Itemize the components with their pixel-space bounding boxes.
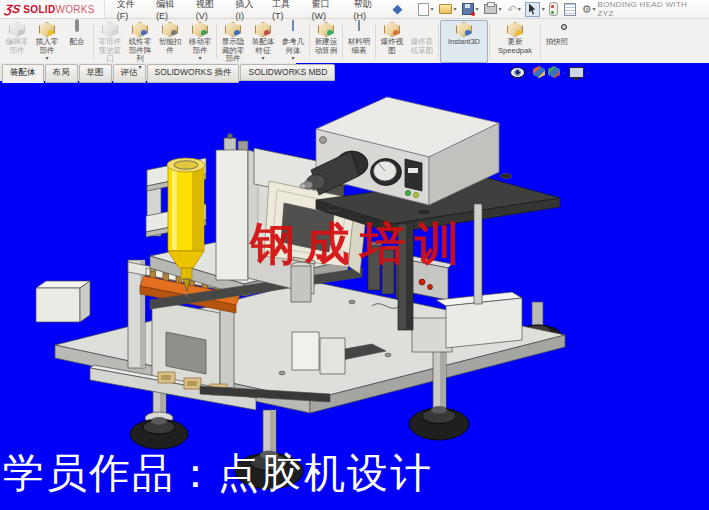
title-bar: ƷS SOLID WORKS 文件(F) 编辑(E) 视图(V) 插入(I) 工… (0, 0, 709, 19)
ribbon-separator (309, 24, 310, 59)
view-orientation-eye-icon[interactable] (510, 67, 525, 78)
assembly-features-button[interactable]: 装配体特征 (248, 20, 278, 63)
smart-fasteners-button[interactable]: 智能扣件 (155, 20, 185, 63)
update-speedpak-icon (507, 22, 523, 37)
save-floppy-icon (462, 3, 474, 15)
task-pane-sheet-icon (564, 3, 576, 16)
apply-scene-cube-icon[interactable] (548, 66, 560, 78)
menu-edit[interactable]: 编辑(E) (150, 0, 190, 23)
update-speedpak-button[interactable]: 更新 Speedpak (491, 20, 539, 63)
open-folder-icon (439, 4, 452, 14)
dropdown-caret-icon[interactable]: ▾ (528, 69, 531, 75)
open-document-button[interactable]: ▾ (437, 3, 458, 15)
paperclip-mate-icon (75, 19, 79, 32)
menu-window[interactable]: 窗口(W) (305, 0, 347, 23)
ribbon-separator (489, 24, 490, 59)
edit-component-button[interactable]: 编辑零部件 (2, 20, 32, 63)
dropdown-caret-icon[interactable]: ▾ (587, 69, 590, 75)
assembly-features-icon (255, 22, 271, 37)
bill-of-materials-button[interactable]: 材料明细表 (344, 20, 374, 63)
dropdown-caret-icon: ▾ (475, 6, 478, 12)
undo-button[interactable]: ↶▾ (505, 3, 522, 15)
menu-insert[interactable]: 插入(I) (230, 0, 267, 23)
insert-components-icon (39, 22, 55, 37)
select-tool-button[interactable] (525, 2, 540, 17)
take-snapshot-button[interactable]: 拍快照 (542, 20, 572, 63)
print-document-button[interactable]: ▾ (482, 3, 503, 15)
dropdown-caret-icon[interactable]: ▾ (504, 69, 507, 75)
exploded-view-button[interactable]: 爆炸视图 (377, 20, 407, 63)
dropdown-caret-icon[interactable]: ▾ (563, 69, 566, 75)
tab-solidworks-mbd[interactable]: SOLIDWORKS MBD (240, 64, 335, 81)
smart-fastener-icon (162, 22, 178, 37)
display-options-button[interactable] (547, 1, 560, 17)
insert-components-button[interactable]: 插入零部件 (32, 20, 62, 63)
edit-component-icon (9, 22, 25, 37)
linear-pattern-icon (132, 22, 148, 37)
ribbon-separator (216, 24, 217, 59)
ribbon-separator (93, 24, 94, 59)
component-preview-window-button[interactable]: 零部件预览窗口 (95, 20, 125, 63)
logo-text-light: WORKS (55, 4, 94, 15)
save-document-button[interactable]: ▾ (460, 2, 480, 16)
solidworks-window: 钢成培训 学员作品：点胶机设计 ▾ ▾ ▾ ▾ ƷS SOLID WORKS 文… (0, 0, 709, 510)
undo-arrow-icon: ↶ (507, 4, 516, 14)
solidworks-logo-mark-icon: ƷS (4, 2, 21, 16)
dropdown-caret-icon: ▾ (453, 6, 456, 12)
show-hidden-components-button[interactable]: 显示隐藏的零部件 (218, 20, 248, 63)
solidworks-logo: ƷS SOLID WORKS (0, 0, 105, 18)
component-preview-icon (102, 22, 118, 37)
move-component-icon (192, 22, 208, 37)
task-pane-button[interactable] (562, 2, 578, 17)
instant3d-button[interactable]: Instant3D (440, 20, 488, 63)
quick-access-toolbar: ▾ ▾ ▾ ▾ ↶▾ ▾ ⚙▾ (416, 1, 597, 17)
display-style-cube-icon[interactable] (533, 66, 545, 78)
new-document-icon (418, 3, 429, 16)
linear-component-pattern-button[interactable]: 线性零部件阵列 (125, 20, 155, 63)
printer-icon (484, 4, 497, 14)
dropdown-caret-icon: ▾ (430, 6, 433, 12)
mate-button[interactable]: 配合 (62, 20, 92, 63)
exploded-view-icon (384, 22, 400, 37)
dropdown-caret-icon: ▾ (518, 6, 521, 12)
new-motion-study-button[interactable]: 新建运动算例 (311, 20, 341, 63)
ribbon-separator (375, 24, 376, 59)
menu-help[interactable]: 帮助(H) (348, 0, 388, 23)
tab-layout[interactable]: 布局 (45, 64, 78, 83)
document-title: BONDING HEAD WITH ZYZ (598, 0, 709, 18)
move-component-button[interactable]: 移动零部件 (185, 20, 215, 63)
explode-line-sketch-button[interactable]: 爆炸直线草图 (407, 20, 437, 63)
ribbon-separator (438, 24, 439, 59)
dropdown-caret-icon: ▾ (498, 6, 501, 12)
traffic-light-icon (549, 2, 558, 16)
ribbon-separator (540, 24, 541, 59)
reference-geometry-button[interactable]: 参考几何体 (278, 20, 308, 63)
tab-sketch[interactable]: 草图 (79, 64, 112, 83)
motion-study-icon (318, 22, 334, 37)
logo-text-bold: SOLID (23, 4, 55, 15)
show-hidden-eye-icon (225, 22, 241, 37)
new-document-button[interactable]: ▾ (416, 2, 435, 17)
command-manager-tabs: 装配体 布局 草图 评估 SOLIDWORKS 插件 SOLIDWORKS MB… (0, 63, 296, 81)
tab-solidworks-addins[interactable]: SOLIDWORKS 插件 (147, 64, 240, 83)
instant3d-icon (456, 22, 472, 37)
tab-assembly[interactable]: 装配体 (2, 64, 44, 83)
command-manager-ribbon: 编辑零部件 插入零部件 配合 零部件预览窗口 线性零部件阵列 智能扣件 移动零部… (0, 19, 709, 63)
menu-tools[interactable]: 工具(T) (266, 0, 305, 23)
gear-icon: ⚙ (582, 4, 592, 15)
student-work-caption: 学员作品：点胶机设计 (3, 446, 433, 501)
dropdown-caret-icon: ▾ (593, 6, 596, 12)
menu-view[interactable]: 视图(V) (190, 0, 230, 23)
headsup-view-toolbar: ▾ ▾ ▾ ▾ (504, 66, 589, 78)
training-watermark: 钢成培训 (250, 214, 470, 274)
view-settings-monitor-icon[interactable] (569, 67, 584, 78)
options-button[interactable]: ⚙▾ (580, 3, 598, 16)
pin-menu-icon[interactable] (392, 4, 402, 14)
menu-bar: 文件(F) 编辑(E) 视图(V) 插入(I) 工具(T) 窗口(W) 帮助(H… (111, 0, 388, 23)
menu-file[interactable]: 文件(F) (111, 0, 150, 23)
dropdown-caret-icon[interactable]: ▾ (542, 6, 545, 12)
ribbon-separator (342, 24, 343, 59)
select-arrow-icon (528, 4, 537, 15)
